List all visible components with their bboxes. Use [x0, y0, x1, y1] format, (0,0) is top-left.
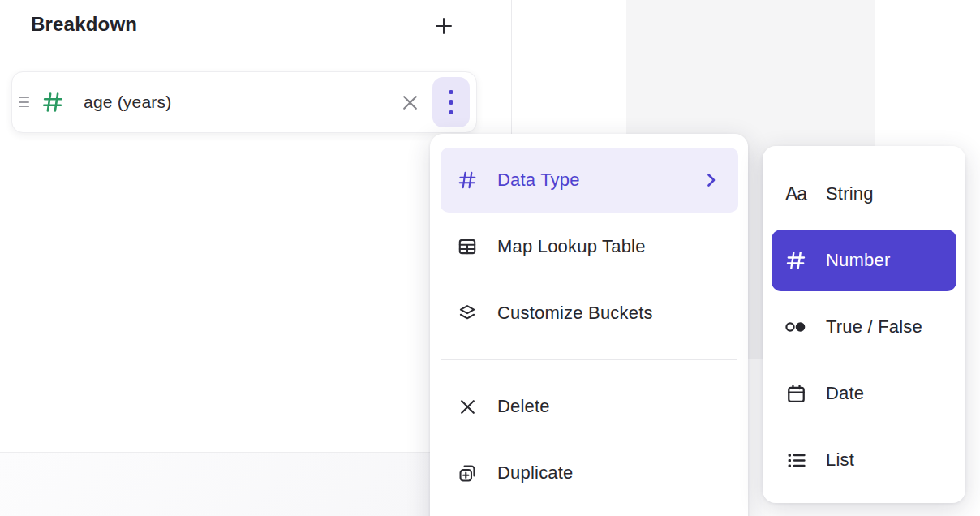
menu-item-data-type[interactable]: Data Type [441, 148, 738, 213]
breakdown-field-card[interactable]: age (years) [11, 71, 477, 133]
option-label: True / False [826, 316, 922, 338]
menu-item-delete[interactable]: Delete [430, 373, 748, 440]
data-type-submenu: Aa String Number True / False Date [763, 146, 965, 503]
duplicate-plus-icon [457, 462, 478, 484]
plus-icon [432, 15, 455, 37]
field-menu-button[interactable] [432, 77, 470, 127]
boolean-circles-icon [784, 317, 808, 337]
option-label: List [826, 449, 854, 471]
option-label: Date [826, 383, 864, 404]
remove-field-button[interactable] [396, 88, 423, 116]
hash-icon [457, 170, 478, 191]
footer-area [0, 453, 430, 516]
menu-item-customize-buckets[interactable]: Customize Buckets [430, 280, 748, 346]
calendar-icon [784, 383, 808, 405]
add-breakdown-button[interactable] [428, 10, 460, 42]
list-icon [784, 449, 808, 471]
table-icon [457, 236, 478, 257]
menu-item-duplicate[interactable]: Duplicate [430, 440, 748, 506]
number-type-hash-icon [41, 90, 65, 114]
menu-divider [441, 359, 737, 360]
option-list[interactable]: List [763, 427, 965, 493]
x-icon [457, 397, 478, 417]
option-number[interactable]: Number [772, 230, 956, 291]
option-string[interactable]: Aa String [763, 161, 965, 227]
menu-item-map-lookup-table[interactable]: Map Lookup Table [430, 213, 748, 280]
menu-item-label: Delete [497, 396, 550, 417]
chevron-right-icon [701, 170, 720, 190]
menu-item-label: Customize Buckets [497, 303, 653, 324]
menu-item-label: Data Type [497, 170, 580, 191]
menu-item-label: Duplicate [497, 462, 574, 484]
close-icon [400, 92, 420, 113]
stack-icon [457, 303, 478, 324]
field-name-label: age (years) [84, 92, 171, 112]
string-icon: Aa [784, 183, 808, 205]
menu-item-label: Map Lookup Table [497, 236, 646, 257]
drag-handle-icon[interactable] [19, 97, 30, 108]
page-title: Breakdown [31, 13, 137, 36]
option-label: String [826, 183, 874, 204]
field-context-menu: Data Type Map Lookup Table Customize Buc… [430, 134, 748, 516]
option-label: Number [826, 250, 890, 271]
option-true-false[interactable]: True / False [763, 294, 965, 360]
hash-icon [784, 249, 808, 272]
option-date[interactable]: Date [763, 360, 965, 427]
